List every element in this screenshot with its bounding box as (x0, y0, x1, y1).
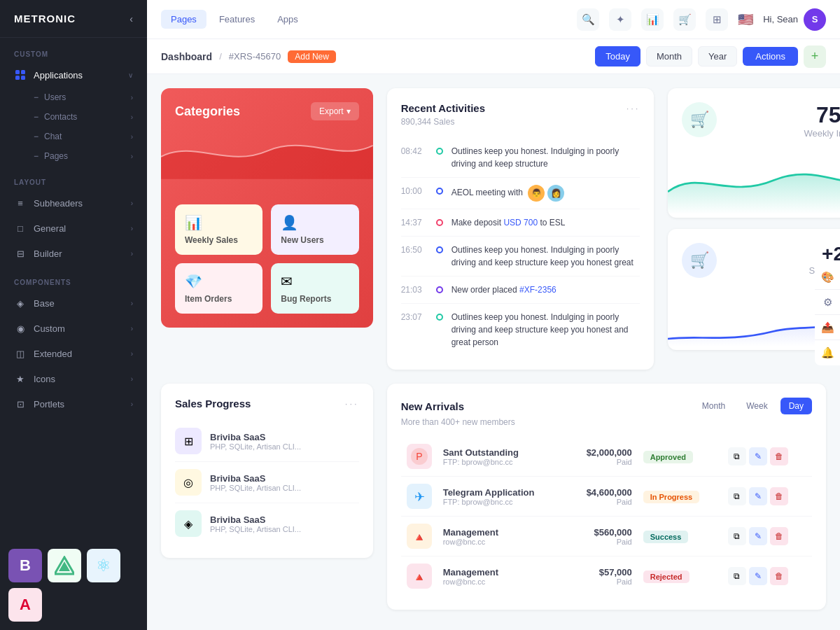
copy-icon[interactable]: ⧉ (728, 487, 746, 505)
general-icon: □ (14, 222, 27, 234)
cart-icon[interactable]: 🛒 (673, 8, 696, 31)
app-icon-1: P (407, 444, 432, 469)
status-badge-2: In Progress (643, 491, 700, 503)
user-menu[interactable]: Hi, Sean S (763, 8, 826, 31)
arrival-amount-2: $4,600,000 (572, 487, 632, 498)
sidebar-subitem-contacts[interactable]: −Contacts › (34, 107, 147, 127)
sidebar-item-applications[interactable]: Applications ∨ (0, 62, 147, 88)
sales-info-1: Briviba SaaS PHP, SQLite, Artisan CLI... (210, 432, 359, 451)
action-icons-1: ⧉ ✎ 🗑 (728, 447, 806, 465)
search-icon[interactable]: 🔍 (577, 8, 599, 31)
arrivals-tab-day[interactable]: Day (780, 398, 812, 414)
new-arrivals-card: New Arrivals Month Week Day More than 40… (387, 384, 826, 610)
sales-avatar-1: ⊞ (175, 428, 202, 454)
sidebar-item-subheaders[interactable]: ≡ Subheaders › (0, 190, 147, 216)
arrivals-header: New Arrivals Month Week Day (401, 398, 812, 414)
vue-icon (48, 549, 81, 582)
weekly-sales-icon: 📊 (185, 214, 253, 231)
user-greeting: Hi, Sean (763, 14, 798, 24)
arrival-amount-1: $2,000,000 (572, 447, 632, 458)
sales-icon-circle: 🛒 (682, 243, 717, 278)
status-badge-1: Approved (643, 451, 693, 463)
edit-icon[interactable]: ✎ (749, 567, 767, 585)
sidebar-item-builder[interactable]: ⊟ Builder › (0, 241, 147, 266)
activity-item: 16:50 Outlines keep you honest. Indulgin… (401, 237, 640, 276)
sidebar-subitem-chat[interactable]: −Chat › (34, 127, 147, 146)
sales-progress-column: Sales Progress ··· ⊞ Briviba SaaS PHP, S… (161, 384, 373, 610)
delete-icon[interactable]: 🗑 (770, 447, 788, 465)
month-button[interactable]: Month (646, 46, 692, 66)
arrivals-tab-week[interactable]: Week (738, 398, 776, 414)
edit-icon[interactable]: ✎ (749, 527, 767, 545)
add-new-badge[interactable]: Add New (288, 50, 336, 63)
category-bug-reports[interactable]: ✉ Bug Reports (271, 263, 358, 314)
chart-icon[interactable]: 📊 (641, 8, 664, 31)
sidebar-item-base[interactable]: ◈ Base › (0, 290, 147, 316)
sidebar-item-general[interactable]: □ General › (0, 216, 147, 241)
delete-icon[interactable]: 🗑 (770, 527, 788, 545)
edit-icon[interactable]: ✎ (749, 487, 767, 505)
activity-item: 23:07 Outlines keep you honest. Indulgin… (401, 304, 640, 356)
right-star-icon[interactable]: 🔔 (815, 340, 840, 365)
sales-name-2: Briviba SaaS (210, 473, 359, 484)
category-item-orders[interactable]: 💎 Item Orders (175, 263, 262, 314)
activity-dot (436, 314, 443, 321)
right-paint-icon[interactable]: 🎨 (815, 265, 840, 290)
sidebar-item-portlets[interactable]: ⊡ Portlets › (0, 391, 147, 416)
tab-features[interactable]: Features (209, 10, 265, 29)
right-send-icon[interactable]: 📤 (815, 315, 840, 340)
copy-icon[interactable]: ⧉ (728, 527, 746, 545)
export-button[interactable]: Export ▾ (311, 102, 359, 120)
today-button[interactable]: Today (595, 46, 640, 66)
tab-pages[interactable]: Pages (161, 10, 206, 29)
row-2: Sales Progress ··· ⊞ Briviba SaaS PHP, S… (161, 384, 826, 610)
builder-icon: ⊟ (14, 247, 27, 260)
app-icon-4: 🔺 (407, 564, 432, 589)
arrival-name-4: Management (443, 567, 561, 578)
year-button[interactable]: Year (698, 46, 737, 66)
sidebar-item-extended[interactable]: ◫ Extended › (0, 341, 147, 366)
right-settings-icon[interactable]: ⚙ (815, 290, 840, 315)
category-new-users[interactable]: 👤 New Users (271, 204, 358, 255)
activity-time: 23:07 (401, 312, 428, 322)
svg-text:✈: ✈ (414, 490, 424, 504)
bug-reports-label: Bug Reports (281, 294, 349, 304)
sidebar-subitem-users[interactable]: −Users › (34, 88, 147, 107)
sidebar-item-custom[interactable]: ◉ Custom › (0, 316, 147, 341)
weekly-sales-label: Weekly Sales (185, 235, 253, 245)
add-button[interactable]: + (804, 46, 826, 68)
sidebar-collapse-button[interactable]: ‹ (130, 13, 133, 24)
edit-icon[interactable]: ✎ (749, 447, 767, 465)
icons-icon: ★ (14, 372, 27, 385)
svg-text:🔺: 🔺 (412, 570, 426, 584)
weekly-income-amount: 750$ (804, 102, 840, 128)
settings-icon[interactable]: ✦ (609, 8, 631, 31)
action-icons-2: ⧉ ✎ 🗑 (728, 487, 806, 505)
tab-apps[interactable]: Apps (267, 10, 308, 29)
activities-menu[interactable]: ··· (626, 103, 640, 113)
section-label-custom: CUSTOM (0, 38, 147, 62)
arrivals-tab-month[interactable]: Month (694, 398, 734, 414)
activities-title: Recent Activities (401, 102, 485, 114)
activities-column: Recent Activities ··· 890,344 Sales 08:4… (387, 88, 654, 370)
sales-menu-icon[interactable]: ··· (345, 398, 359, 409)
sales-change-amount: +259 (808, 243, 840, 265)
sidebar-subitem-pages[interactable]: −Pages › (34, 146, 147, 166)
sidebar-item-icons[interactable]: ★ Icons › (0, 366, 147, 391)
category-weekly-sales[interactable]: 📊 Weekly Sales (175, 204, 262, 255)
custom-label: Custom (34, 323, 65, 334)
delete-icon[interactable]: 🗑 (770, 487, 788, 505)
section-label-components: COMPONENTS (0, 266, 147, 290)
grid-icon[interactable]: ⊞ (706, 8, 728, 31)
svg-rect-3 (21, 76, 25, 80)
activity-text: Outlines keep you honest. Indulging in p… (451, 311, 640, 349)
dashboard-title: Dashboard (161, 51, 212, 62)
table-row: ✈ Telegram Application FTP: bprow@bnc.cc… (401, 477, 812, 517)
actions-button[interactable]: Actions (743, 47, 798, 66)
extended-icon: ◫ (14, 347, 27, 360)
delete-icon[interactable]: 🗑 (770, 567, 788, 585)
general-label: General (34, 223, 66, 234)
row-1: Categories Export ▾ 📊 W (161, 88, 826, 370)
copy-icon[interactable]: ⧉ (728, 567, 746, 585)
copy-icon[interactable]: ⧉ (728, 447, 746, 465)
